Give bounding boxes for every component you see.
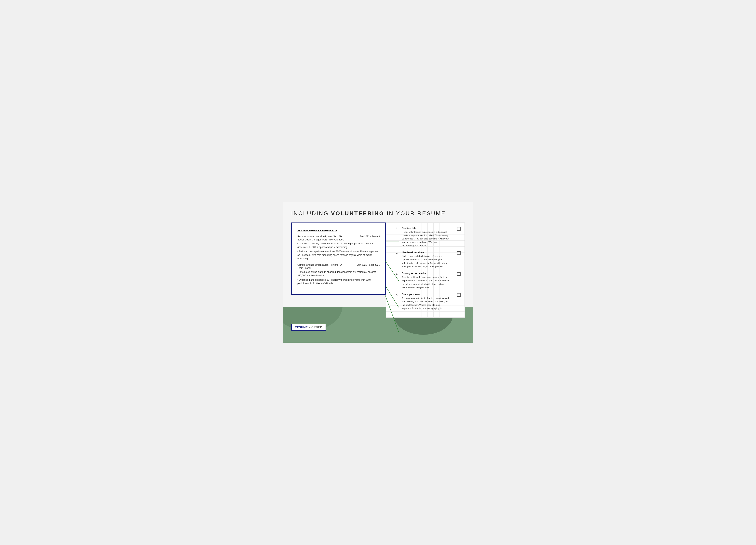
logo-area: RESUME WORDED	[291, 324, 465, 331]
tip-item-2: 2. Use hard numbers Notice how each bull…	[396, 251, 461, 268]
resume-entry-2-bullet-1: • Introduced online platform enabling do…	[297, 270, 380, 277]
title-bold: VOLUNTEERING	[331, 210, 384, 216]
main-content: VOLUNTEERING EXPERIENCE Resume Worded No…	[291, 222, 465, 318]
page-wrapper: INCLUDING VOLUNTEERING IN YOUR RESUME VO…	[283, 202, 473, 343]
tip-4-text: A simple way to indicate that the roles …	[402, 297, 449, 310]
tip-1-number: 1.	[396, 227, 402, 230]
tip-2-number: 2.	[396, 251, 402, 254]
tip-3-content: Strong action verbs Just like paid work …	[402, 272, 457, 289]
tip-3-checkbox[interactable]	[457, 272, 461, 276]
title-suffix: IN YOUR RESUME	[384, 210, 446, 216]
tip-4-number: 4.	[396, 293, 402, 296]
tip-4-content: State your role A simple way to indicate…	[402, 293, 457, 310]
resume-entry-2-bullet-2: • Organized and advertised 10+ quarterly…	[297, 278, 380, 285]
tip-item-3: 3. Strong action verbs Just like paid wo…	[396, 272, 461, 289]
resume-inner: VOLUNTEERING EXPERIENCE Resume Worded No…	[297, 229, 380, 285]
tip-1-title: Section title	[402, 227, 449, 229]
resume-preview: VOLUNTEERING EXPERIENCE Resume Worded No…	[291, 222, 386, 295]
tip-1-content: Section title If your volunteering exper…	[402, 227, 457, 247]
logo-box: RESUME WORDED	[291, 324, 326, 331]
resume-entry-2-header: Climate Change Organization, Portland, O…	[297, 263, 380, 266]
title-prefix: INCLUDING	[291, 210, 331, 216]
main-title: INCLUDING VOLUNTEERING IN YOUR RESUME	[291, 210, 465, 216]
tip-2-checkbox[interactable]	[457, 251, 461, 255]
tip-3-title: Strong action verbs	[402, 272, 449, 275]
tip-4-checkbox[interactable]	[457, 293, 461, 297]
resume-entry-1-org: Resume Worded Non-Profit, New York, NY	[297, 235, 342, 238]
resume-entry-1-header: Resume Worded Non-Profit, New York, NY J…	[297, 235, 380, 238]
resume-header-section: VOLUNTEERING EXPERIENCE	[297, 229, 380, 232]
resume-entry-1: Resume Worded Non-Profit, New York, NY J…	[297, 235, 380, 260]
tip-3-number: 3.	[396, 272, 402, 275]
tip-3-text: Just like paid work experience, any volu…	[402, 276, 449, 289]
tip-2-title: Use hard numbers	[402, 251, 449, 254]
tip-1-checkbox[interactable]	[457, 227, 461, 230]
tip-2-content: Use hard numbers Notice how each bullet …	[402, 251, 457, 268]
resume-entry-2: Climate Change Organization, Portland, O…	[297, 263, 380, 285]
tips-panel-inner: 1. Section title If your volunteering ex…	[386, 223, 465, 318]
resume-entry-2-role: Team Leader	[297, 267, 380, 269]
logo-worded-text: WORDED	[309, 326, 322, 329]
resume-entry-1-date: Jan 2022 - Present	[360, 235, 380, 238]
logo-resume-text: RESUME	[295, 326, 308, 329]
tip-1-text: If your volunteering experience is subst…	[402, 230, 449, 247]
resume-section-title: VOLUNTEERING EXPERIENCE	[297, 229, 380, 232]
resume-entry-1-bullet-1: • Launched a weekly newsletter reaching …	[297, 242, 380, 249]
tip-item-1: 1. Section title If your volunteering ex…	[396, 227, 461, 247]
resume-entry-1-role: Social Media Manager (Part-Time Voluntee…	[297, 238, 380, 241]
content-area: INCLUDING VOLUNTEERING IN YOUR RESUME VO…	[291, 210, 465, 331]
resume-entry-2-date: Jun 2021 - Sept 2021	[357, 263, 380, 266]
tip-item-4: 4. State your role A simple way to indic…	[396, 293, 461, 310]
tip-2-text: Notice how each bullet point references …	[402, 254, 449, 268]
resume-entry-2-org: Climate Change Organization, Portland, O…	[297, 263, 343, 266]
tips-panel: 1. Section title If your volunteering ex…	[386, 222, 465, 318]
tip-4-title: State your role	[402, 293, 449, 296]
resume-entry-1-bullet-2: • Built and managed a community of 2500+…	[297, 250, 380, 260]
